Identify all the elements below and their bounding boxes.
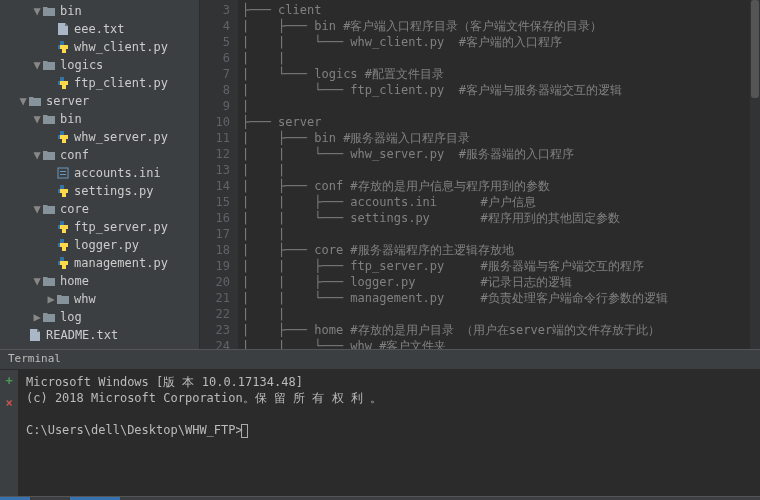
tree-item[interactable]: ▶log xyxy=(0,308,199,326)
tree-item[interactable]: ▶ftp_server.py xyxy=(0,218,199,236)
line-number: 12 xyxy=(200,146,230,162)
tree-item[interactable]: ▶README.txt xyxy=(0,326,199,344)
python-icon xyxy=(56,221,70,233)
svg-rect-0 xyxy=(58,168,68,178)
line-number: 14 xyxy=(200,178,230,194)
chevron-down-icon[interactable]: ▼ xyxy=(32,148,42,162)
chevron-down-icon[interactable]: ▼ xyxy=(32,274,42,288)
tree-item[interactable]: ▶logger.py xyxy=(0,236,199,254)
tree-item-label: bin xyxy=(60,4,82,18)
line-number: 9 xyxy=(200,98,230,114)
line-number: 13 xyxy=(200,162,230,178)
folder-icon xyxy=(42,60,56,71)
folder-icon xyxy=(42,276,56,287)
svg-rect-1 xyxy=(60,171,66,172)
python-icon xyxy=(56,185,70,197)
folder-icon xyxy=(56,294,70,305)
line-number: 16 xyxy=(200,210,230,226)
file-icon xyxy=(56,23,70,35)
chevron-down-icon[interactable]: ▼ xyxy=(18,94,28,108)
editor-pane[interactable]: 3456789101112131415161718192021222324252… xyxy=(200,0,760,349)
tree-item[interactable]: ▶management.py xyxy=(0,254,199,272)
tree-item[interactable]: ▶settings.py xyxy=(0,182,199,200)
tree-item[interactable]: ▶ftp_client.py xyxy=(0,74,199,92)
file-icon xyxy=(28,329,42,341)
tree-item[interactable]: ▶whw_server.py xyxy=(0,128,199,146)
line-number: 19 xyxy=(200,258,230,274)
tree-item-label: settings.py xyxy=(74,184,153,198)
python-icon xyxy=(56,131,70,143)
chevron-down-icon[interactable]: ▼ xyxy=(32,58,42,72)
line-number: 6 xyxy=(200,50,230,66)
project-tree-panel[interactable]: ▼bin▶eee.txt▶whw_client.py▼logics▶ftp_cl… xyxy=(0,0,200,349)
terminal-line: Microsoft Windows [版 本 10.0.17134.48] xyxy=(26,374,752,390)
line-number: 20 xyxy=(200,274,230,290)
tree-item[interactable]: ▼bin xyxy=(0,2,199,20)
chevron-right-icon[interactable]: ▶ xyxy=(32,310,42,324)
chevron-down-icon[interactable]: ▼ xyxy=(32,202,42,216)
tree-item-label: whw xyxy=(74,292,96,306)
tree-item[interactable]: ▶whw_client.py xyxy=(0,38,199,56)
terminal-toolbar: + × xyxy=(0,370,18,496)
code-line: | | └─── management.py #负责处理客户端命令行参数的逻辑 xyxy=(242,290,760,306)
terminal-panel: Terminal + × Microsoft Windows [版 本 10.0… xyxy=(0,349,760,496)
code-line: | | xyxy=(242,50,760,66)
line-number: 21 xyxy=(200,290,230,306)
terminal-tab[interactable]: Terminal xyxy=(0,350,760,370)
terminal-new-icon[interactable]: + xyxy=(5,374,12,388)
tree-item-label: bin xyxy=(60,112,82,126)
chevron-down-icon[interactable]: ▼ xyxy=(32,4,42,18)
folder-icon xyxy=(42,204,56,215)
line-number: 15 xyxy=(200,194,230,210)
tree-item-label: home xyxy=(60,274,89,288)
tree-item-label: core xyxy=(60,202,89,216)
tree-item[interactable]: ▼home xyxy=(0,272,199,290)
code-line: | | ├─── ftp_server.py #服务器端与客户端交互的程序 xyxy=(242,258,760,274)
tree-item[interactable]: ▼server xyxy=(0,92,199,110)
line-number: 4 xyxy=(200,18,230,34)
tree-item-label: eee.txt xyxy=(74,22,125,36)
code-line: | | └─── whw #客户文件夹 xyxy=(242,338,760,349)
line-number: 17 xyxy=(200,226,230,242)
line-number: 3 xyxy=(200,2,230,18)
tree-item[interactable]: ▼core xyxy=(0,200,199,218)
tree-item-label: ftp_server.py xyxy=(74,220,168,234)
code-line: | | ├─── logger.py #记录日志的逻辑 xyxy=(242,274,760,290)
line-number: 10 xyxy=(200,114,230,130)
editor-scrollbar[interactable] xyxy=(750,0,760,349)
tree-item-label: ftp_client.py xyxy=(74,76,168,90)
tree-item[interactable]: ▶eee.txt xyxy=(0,20,199,38)
tree-item[interactable]: ▶accounts.ini xyxy=(0,164,199,182)
line-number: 11 xyxy=(200,130,230,146)
code-line: | ├─── conf #存放的是用户信息与程序用到的参数 xyxy=(242,178,760,194)
code-line: | | xyxy=(242,226,760,242)
folder-icon xyxy=(28,96,42,107)
tree-item-label: logger.py xyxy=(74,238,139,252)
python-icon xyxy=(56,41,70,53)
status-bar xyxy=(0,496,760,500)
code-area[interactable]: ├─── client| ├─── bin #客户端入口程序目录（客户端文件保存… xyxy=(238,0,760,349)
terminal-close-icon[interactable]: × xyxy=(5,396,12,410)
python-icon xyxy=(56,257,70,269)
code-line: | └─── ftp_client.py #客户端与服务器端交互的逻辑 xyxy=(242,82,760,98)
code-line: | ├─── bin #客户端入口程序目录（客户端文件保存的目录） xyxy=(242,18,760,34)
line-number: 7 xyxy=(200,66,230,82)
tree-item-label: log xyxy=(60,310,82,324)
folder-icon xyxy=(42,6,56,17)
tree-item[interactable]: ▼conf xyxy=(0,146,199,164)
folder-icon xyxy=(42,150,56,161)
terminal-output[interactable]: Microsoft Windows [版 本 10.0.17134.48](c)… xyxy=(18,370,760,496)
folder-icon xyxy=(42,114,56,125)
terminal-cursor xyxy=(241,424,248,438)
tree-item[interactable]: ▼logics xyxy=(0,56,199,74)
line-number: 23 xyxy=(200,322,230,338)
terminal-line: (c) 2018 Microsoft Corporation。保 留 所 有 权… xyxy=(26,390,752,406)
tree-item[interactable]: ▼bin xyxy=(0,110,199,128)
python-icon xyxy=(56,77,70,89)
chevron-down-icon[interactable]: ▼ xyxy=(32,112,42,126)
tree-item[interactable]: ▶whw xyxy=(0,290,199,308)
code-line: | └─── logics #配置文件目录 xyxy=(242,66,760,82)
scrollbar-thumb[interactable] xyxy=(751,0,759,98)
tree-item-label: logics xyxy=(60,58,103,72)
chevron-right-icon[interactable]: ▶ xyxy=(46,292,56,306)
